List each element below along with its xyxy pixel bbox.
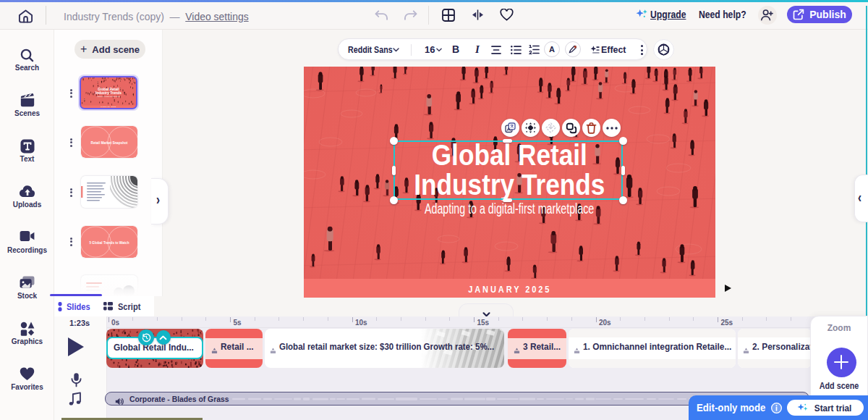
svg-text:Industry Trends: Industry Trends [95, 91, 122, 95]
svg-text:Retail Market Snapshot: Retail Market Snapshot [91, 141, 128, 145]
svg-text:Adapting to a digital-first ma: Adapting to a digital-first marketplace [97, 96, 121, 97]
svg-text:5 Global Trends to Watch: 5 Global Trends to Watch [90, 241, 129, 245]
svg-text:Global Retail: Global Retail [98, 86, 119, 91]
svg-text:JANUARY 2025: JANUARY 2025 [101, 106, 116, 107]
